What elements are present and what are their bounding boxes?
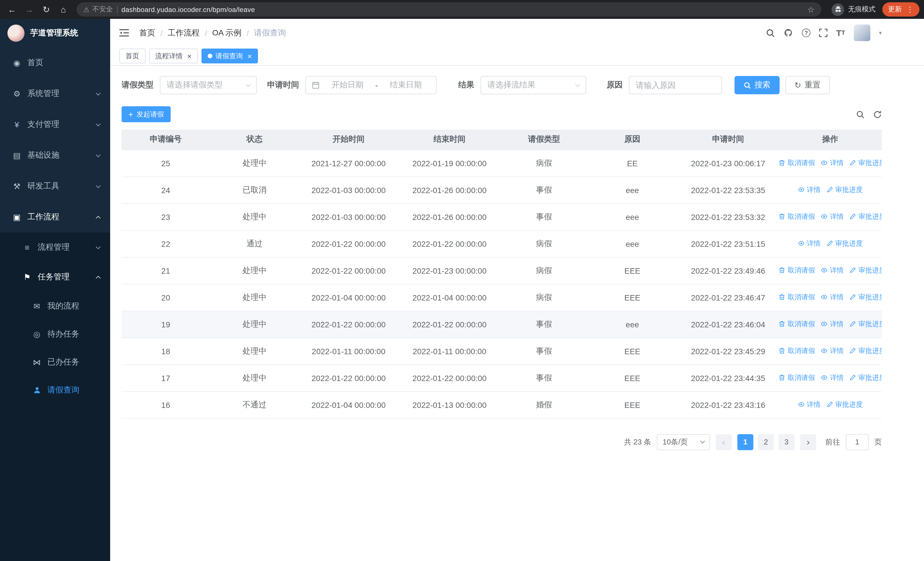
- table-header-row: 申请编号状态开始时间结束时间请假类型原因申请时间操作: [122, 130, 882, 150]
- breadcrumb-separator: /: [205, 28, 207, 38]
- action-progress[interactable]: 审批进度: [849, 373, 882, 383]
- apply-time-range-picker[interactable]: 开始日期 - 结束日期: [305, 76, 436, 94]
- page-button-2[interactable]: 2: [758, 434, 774, 450]
- action-cancel[interactable]: 取消请假: [778, 158, 815, 168]
- security-warning[interactable]: ⚠ 不安全: [83, 5, 113, 14]
- action-cancel[interactable]: 取消请假: [778, 292, 815, 302]
- tab-close-icon[interactable]: ×: [248, 52, 252, 60]
- sidebar-collapse-icon[interactable]: [119, 29, 129, 37]
- action-progress[interactable]: 审批进度: [826, 400, 862, 410]
- action-progress[interactable]: 审批进度: [849, 212, 882, 222]
- breadcrumb-item[interactable]: OA 示例: [212, 28, 242, 38]
- tab[interactable]: 首页: [119, 48, 146, 63]
- tab-active[interactable]: 请假查询×: [201, 48, 258, 63]
- github-icon[interactable]: [784, 28, 793, 38]
- action-detail[interactable]: 详情: [821, 212, 843, 222]
- tab-close-icon[interactable]: ×: [187, 52, 192, 60]
- action-label: 取消请假: [788, 212, 815, 222]
- cell-type: 事假: [501, 176, 587, 203]
- breadcrumb-item[interactable]: 首页: [139, 28, 155, 38]
- action-detail[interactable]: 详情: [821, 319, 843, 329]
- reload-icon[interactable]: ↻: [39, 2, 54, 17]
- sidebar-item-devtools[interactable]: ⚒研发工具: [0, 171, 110, 202]
- user-avatar[interactable]: [854, 24, 870, 41]
- page-button-3[interactable]: 3: [778, 434, 795, 450]
- action-progress[interactable]: 审批进度: [826, 185, 862, 195]
- fullscreen-icon[interactable]: [819, 29, 828, 37]
- action-detail[interactable]: 详情: [798, 239, 820, 248]
- sidebar-item-my-process[interactable]: ✉我的流程: [0, 292, 110, 320]
- toggle-search-icon[interactable]: [856, 110, 865, 119]
- sidebar-item-label: 工作流程: [27, 212, 96, 222]
- action-progress[interactable]: 审批进度: [849, 319, 882, 329]
- refresh-icon[interactable]: [873, 110, 882, 119]
- page-button-1[interactable]: 1: [737, 434, 753, 450]
- action-detail[interactable]: 详情: [821, 292, 843, 302]
- font-size-icon[interactable]: TT: [836, 29, 845, 37]
- sidebar-item-payment[interactable]: ¥支付管理: [0, 109, 110, 140]
- sidebar-item-home[interactable]: ◉首页: [0, 47, 110, 78]
- action-progress[interactable]: 审批进度: [849, 158, 882, 168]
- result-select[interactable]: 请选择流结果: [480, 76, 586, 94]
- bookmark-star-icon[interactable]: ☆: [807, 5, 814, 14]
- forward-icon[interactable]: →: [22, 2, 36, 17]
- sidebar-menu: ◉首页⚙系统管理¥支付管理▤基础设施⚒研发工具▣工作流程≡流程管理⚑任务管理✉我…: [0, 47, 110, 404]
- action-label: 详情: [830, 266, 843, 275]
- sidebar-item-todo-tasks[interactable]: ◎待办任务: [0, 320, 110, 348]
- action-cancel[interactable]: 取消请假: [778, 266, 815, 275]
- action-progress[interactable]: 审批进度: [826, 239, 862, 248]
- tab-label: 首页: [126, 51, 139, 61]
- prev-page-button[interactable]: ‹: [716, 434, 732, 450]
- leave-type-select[interactable]: 请选择请假类型: [160, 76, 257, 94]
- action-detail[interactable]: 详情: [821, 346, 843, 356]
- page-size-select[interactable]: 10条/页: [657, 434, 710, 450]
- action-progress[interactable]: 审批进度: [849, 266, 882, 275]
- cell-reason: eee: [587, 230, 678, 257]
- cell-type: 病假: [501, 257, 587, 284]
- action-detail[interactable]: 详情: [798, 400, 820, 410]
- search-icon[interactable]: [766, 28, 775, 38]
- action-cancel[interactable]: 取消请假: [778, 319, 815, 329]
- cell-type: 事假: [501, 364, 587, 391]
- sidebar-item-process-mgmt[interactable]: ≡流程管理: [0, 233, 110, 262]
- browser-update-button[interactable]: 更新 ⋮: [882, 2, 920, 17]
- next-page-button[interactable]: ›: [800, 434, 816, 450]
- action-progress[interactable]: 审批进度: [849, 346, 882, 356]
- create-leave-button[interactable]: + 发起请假: [122, 106, 171, 122]
- app-logo[interactable]: 芋道管理系统: [0, 19, 110, 47]
- action-cancel[interactable]: 取消请假: [778, 373, 815, 383]
- goto-page-input[interactable]: [846, 434, 868, 450]
- sidebar-item-leave-query[interactable]: 请假查询: [0, 376, 110, 404]
- back-icon[interactable]: ←: [4, 2, 20, 17]
- cell-reason: eee: [587, 203, 678, 230]
- action-detail[interactable]: 详情: [821, 373, 843, 383]
- action-label: 详情: [830, 158, 843, 168]
- sidebar-item-system[interactable]: ⚙系统管理: [0, 78, 110, 109]
- action-progress[interactable]: 审批进度: [849, 292, 882, 302]
- sidebar-item-done-tasks[interactable]: ⋈已办任务: [0, 348, 110, 376]
- cell-actions: 详情审批进度: [778, 391, 882, 418]
- address-bar[interactable]: ⚠ 不安全 dashboard.yudao.iocoder.cn/bpm/oa/…: [76, 2, 821, 17]
- sidebar-item-workflow[interactable]: ▣工作流程: [0, 202, 110, 233]
- cell-reason: EEE: [587, 364, 678, 391]
- sidebar-item-task-mgmt[interactable]: ⚑任务管理: [0, 262, 110, 292]
- help-icon[interactable]: ?: [802, 29, 810, 37]
- reason-input[interactable]: [629, 76, 722, 94]
- home-icon[interactable]: ⌂: [56, 2, 71, 17]
- reset-button[interactable]: ↻ 重置: [785, 76, 830, 94]
- search-button[interactable]: 搜索: [735, 76, 780, 94]
- action-detail[interactable]: 详情: [821, 158, 843, 168]
- action-detail[interactable]: 详情: [821, 266, 843, 275]
- action-label: 审批进度: [858, 158, 882, 168]
- action-cancel[interactable]: 取消请假: [778, 346, 815, 356]
- cell-end: 2022-01-23 00:00:00: [398, 257, 501, 284]
- action-detail[interactable]: 详情: [798, 185, 820, 195]
- action-label: 审批进度: [835, 400, 862, 410]
- tab[interactable]: 流程详情×: [149, 48, 198, 63]
- action-label: 审批进度: [858, 292, 882, 302]
- avatar-caret-icon[interactable]: ▾: [879, 30, 882, 36]
- sidebar-item-infra[interactable]: ▤基础设施: [0, 140, 110, 171]
- action-cancel[interactable]: 取消请假: [778, 212, 815, 222]
- breadcrumb-item[interactable]: 工作流程: [168, 28, 200, 38]
- browser-menu-icon[interactable]: ⋮: [906, 5, 914, 14]
